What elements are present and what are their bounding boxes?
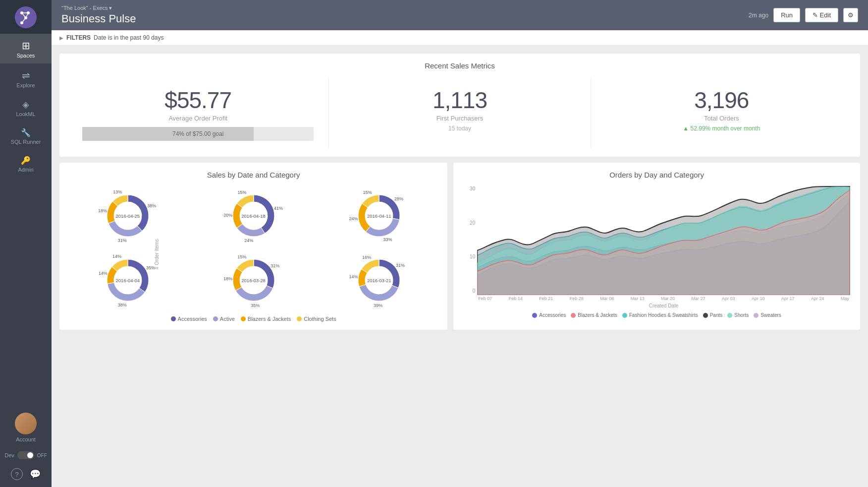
metric-total-orders: 3,196 Total Orders ▲ 52.99% month over m…: [591, 77, 852, 149]
recent-sales-title: Recent Sales Metrics: [67, 61, 852, 70]
orders-legend-dot-4: [727, 313, 732, 318]
account-label: Account: [16, 436, 36, 442]
first-purchasers-value: 1,113: [334, 87, 585, 114]
edit-button[interactable]: ✎ Edit: [805, 8, 838, 22]
sql-runner-icon: 🔧: [21, 129, 31, 137]
charts-row: Sales by Date and Category 38%31%18%13%2…: [59, 163, 860, 330]
donut-wrapper-0: 38%31%18%13%2016-04-25: [98, 186, 158, 245]
avg-order-profit-value: $55.77: [72, 87, 324, 114]
breadcrumb[interactable]: "The Look" - Execs ▾: [61, 5, 136, 11]
x-tick-3: Feb 28: [570, 296, 584, 301]
sidebar-item-admin[interactable]: 🔑 Admin: [0, 150, 52, 178]
svg-text:28%: 28%: [394, 196, 403, 201]
x-tick-6: Mar 20: [661, 296, 675, 301]
x-tick-7: Mar 27: [692, 296, 705, 301]
legend-item-0: Accessories: [171, 316, 207, 322]
legend-label-2: Blazers & Jackets: [248, 316, 291, 322]
feedback-icon[interactable]: 💬: [30, 469, 41, 480]
toggle-state-label: OFF: [37, 453, 47, 458]
donut-chart-1: 41%24%20%15%2016-04-18: [193, 186, 314, 245]
donut-chart-4: 31%35%18%15%2016-03-28: [193, 250, 314, 310]
sales-by-date-title: Sales by Date and Category: [67, 171, 439, 179]
svg-text:15%: 15%: [237, 254, 246, 259]
progress-text: 74% of $75.00 goal: [82, 130, 314, 137]
svg-text:31%: 31%: [271, 263, 279, 268]
orders-legend-item-4: Shorts: [727, 312, 749, 318]
orders-legend-dot-3: [703, 313, 708, 318]
total-orders-value: 3,196: [596, 87, 847, 114]
sidebar-item-sql-runner[interactable]: 🔧 SQL Runner: [0, 122, 52, 150]
x-tick-11: Apr 24: [811, 296, 824, 301]
donut-date-0: 2016-04-25: [116, 213, 140, 219]
header-right: 2m ago Run ✎ Edit ⚙: [749, 8, 858, 22]
orders-by-day-card: Orders by Day and Category 30 20 10 0: [453, 163, 860, 330]
svg-text:35%: 35%: [251, 303, 260, 308]
orders-legend-label-0: Accessories: [539, 312, 566, 318]
orders-legend-item-0: Accessories: [532, 312, 566, 318]
run-button[interactable]: Run: [773, 8, 800, 22]
filter-label: FILTERS: [66, 34, 91, 41]
svg-text:33%: 33%: [383, 237, 392, 242]
dev-toggle[interactable]: [17, 451, 34, 459]
donut-grid: 38%31%18%13%2016-04-2541%24%20%15%2016-0…: [67, 186, 439, 310]
sidebar-item-spaces[interactable]: ⊞ Spaces: [0, 34, 52, 63]
x-tick-0: Feb 07: [478, 296, 492, 301]
donut-date-1: 2016-04-18: [241, 213, 266, 219]
first-purchasers-sub: 15 today: [334, 125, 585, 132]
svg-text:31%: 31%: [396, 263, 405, 268]
orders-legend-item-1: Blazers & Jackets: [571, 312, 617, 318]
page-title: Business Pulse: [61, 12, 136, 25]
svg-text:16%: 16%: [362, 255, 371, 260]
donut-legend: AccessoriesActiveBlazers & JacketsClothi…: [67, 316, 439, 322]
sidebar-label-spaces: Spaces: [17, 53, 35, 59]
orders-legend-label-4: Shorts: [734, 312, 749, 318]
svg-text:20%: 20%: [224, 213, 232, 218]
svg-text:18%: 18%: [98, 208, 107, 213]
x-axis: Feb 07 Feb 14 Feb 21 Feb 28 Mar 06 Mar 1…: [477, 296, 850, 301]
filter-toggle-icon[interactable]: ▶: [59, 35, 63, 41]
donut-chart-0: 38%31%18%13%2016-04-25: [67, 186, 188, 245]
sidebar-item-explore[interactable]: ⇌ Explore: [0, 63, 52, 93]
toggle-knob: [27, 452, 33, 458]
metric-first-purchasers: 1,113 First Purchasers 15 today: [329, 77, 591, 149]
svg-text:14%: 14%: [99, 271, 108, 276]
avg-order-profit-label: Average Order Profit: [72, 115, 324, 122]
legend-label-3: Clothing Sets: [304, 316, 336, 322]
svg-text:15%: 15%: [237, 190, 246, 195]
svg-text:39%: 39%: [374, 303, 383, 308]
settings-button[interactable]: ⚙: [843, 8, 858, 22]
first-purchasers-label: First Purchasers: [334, 115, 585, 122]
donut-chart-3: 35%38%14%14%2016-04-04: [67, 250, 188, 310]
x-axis-label: Created Date: [477, 303, 850, 308]
sidebar-label-admin: Admin: [18, 167, 33, 173]
orders-by-day-title: Orders by Day and Category: [461, 171, 852, 179]
progress-bar: 74% of $75.00 goal: [82, 127, 314, 141]
orders-legend-item-2: Fashion Hoodies & Sweatshirts: [622, 312, 698, 318]
logo: [0, 0, 52, 34]
total-orders-label: Total Orders: [596, 115, 847, 122]
svg-text:14%: 14%: [112, 254, 121, 259]
orders-legend-label-5: Sweaters: [760, 312, 781, 318]
svg-text:14%: 14%: [349, 274, 358, 279]
svg-text:13%: 13%: [113, 189, 122, 194]
last-run-time: 2m ago: [749, 12, 768, 19]
help-icon[interactable]: ?: [11, 468, 23, 480]
orders-legend-label-1: Blazers & Jackets: [578, 312, 617, 318]
sales-by-date-card: Sales by Date and Category 38%31%18%13%2…: [59, 163, 447, 330]
orders-legend-dot-5: [754, 313, 759, 318]
sidebar-bottom: Account Dev OFF ? 💬: [0, 407, 52, 487]
orders-legend-dot-1: [571, 313, 576, 318]
svg-text:41%: 41%: [274, 206, 283, 211]
admin-icon: 🔑: [21, 157, 31, 165]
sidebar-item-account[interactable]: Account: [0, 407, 52, 447]
donut-wrapper-4: 31%35%18%15%2016-03-28: [224, 250, 283, 310]
y-tick-0: 0: [473, 288, 476, 294]
svg-text:24%: 24%: [349, 216, 358, 221]
sidebar-item-lookml[interactable]: ◈ LookML: [0, 93, 52, 122]
x-tick-4: Mar 06: [600, 296, 614, 301]
orders-legend-dot-2: [622, 313, 627, 318]
x-tick-2: Feb 21: [539, 296, 553, 301]
dev-toggle-row: Dev OFF: [4, 447, 47, 464]
avatar: [15, 413, 37, 434]
orders-legend-item-3: Pants: [703, 312, 723, 318]
